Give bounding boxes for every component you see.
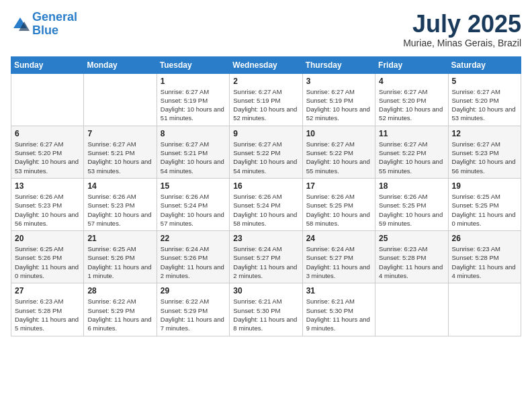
day-info: Sunrise: 6:24 AM Sunset: 5:27 PM Dayligh… <box>306 244 371 280</box>
day-info: Sunrise: 6:27 AM Sunset: 5:22 PM Dayligh… <box>306 140 371 175</box>
day-info: Sunrise: 6:22 AM Sunset: 5:29 PM Dayligh… <box>87 297 152 332</box>
calendar-cell: 16Sunrise: 6:26 AM Sunset: 5:24 PM Dayli… <box>230 178 302 230</box>
calendar-cell: 18Sunrise: 6:26 AM Sunset: 5:25 PM Dayli… <box>375 178 448 230</box>
day-number: 3 <box>306 77 371 86</box>
calendar-table: SundayMondayTuesdayWednesdayThursdayFrid… <box>11 56 521 336</box>
calendar-cell: 22Sunrise: 6:24 AM Sunset: 5:26 PM Dayli… <box>157 231 229 283</box>
calendar-cell: 27Sunrise: 6:23 AM Sunset: 5:28 PM Dayli… <box>11 283 84 336</box>
day-number: 9 <box>233 129 298 138</box>
day-info: Sunrise: 6:26 AM Sunset: 5:24 PM Dayligh… <box>161 192 226 228</box>
calendar-cell: 13Sunrise: 6:26 AM Sunset: 5:23 PM Dayli… <box>11 178 84 230</box>
title-block: July 2025 Muriae, Minas Gerais, Brazil <box>403 11 521 48</box>
day-number: 28 <box>87 286 152 295</box>
col-header-tuesday: Tuesday <box>157 56 229 73</box>
day-info: Sunrise: 6:27 AM Sunset: 5:19 PM Dayligh… <box>161 87 226 123</box>
calendar-cell <box>375 283 448 336</box>
location: Muriae, Minas Gerais, Brazil <box>403 38 521 48</box>
day-info: Sunrise: 6:23 AM Sunset: 5:28 PM Dayligh… <box>379 244 444 280</box>
day-number: 5 <box>452 77 517 86</box>
calendar-cell: 21Sunrise: 6:25 AM Sunset: 5:26 PM Dayli… <box>84 231 157 283</box>
calendar-cell: 15Sunrise: 6:26 AM Sunset: 5:24 PM Dayli… <box>157 178 229 230</box>
calendar-cell: 1Sunrise: 6:27 AM Sunset: 5:19 PM Daylig… <box>157 73 229 126</box>
day-info: Sunrise: 6:27 AM Sunset: 5:23 PM Dayligh… <box>452 140 517 175</box>
calendar-cell: 29Sunrise: 6:22 AM Sunset: 5:29 PM Dayli… <box>157 283 229 336</box>
calendar-cell: 2Sunrise: 6:27 AM Sunset: 5:19 PM Daylig… <box>230 73 302 126</box>
logo-blue: Blue <box>32 24 58 37</box>
calendar-week-row: 13Sunrise: 6:26 AM Sunset: 5:23 PM Dayli… <box>11 178 521 230</box>
calendar-cell: 6Sunrise: 6:27 AM Sunset: 5:20 PM Daylig… <box>11 126 84 178</box>
day-info: Sunrise: 6:27 AM Sunset: 5:22 PM Dayligh… <box>233 140 298 175</box>
calendar-cell: 8Sunrise: 6:27 AM Sunset: 5:21 PM Daylig… <box>157 126 229 178</box>
col-header-thursday: Thursday <box>302 56 375 73</box>
day-number: 1 <box>161 77 226 86</box>
day-number: 6 <box>15 129 80 138</box>
calendar-cell: 4Sunrise: 6:27 AM Sunset: 5:20 PM Daylig… <box>375 73 448 126</box>
calendar-week-row: 20Sunrise: 6:25 AM Sunset: 5:26 PM Dayli… <box>11 231 521 283</box>
day-number: 30 <box>233 286 298 295</box>
day-number: 4 <box>379 77 444 86</box>
day-number: 16 <box>233 181 298 191</box>
page-header: General Blue July 2025 Muriae, Minas Ger… <box>11 11 521 48</box>
day-number: 10 <box>306 129 371 138</box>
day-info: Sunrise: 6:26 AM Sunset: 5:23 PM Dayligh… <box>15 192 80 228</box>
calendar-week-row: 27Sunrise: 6:23 AM Sunset: 5:28 PM Dayli… <box>11 283 521 336</box>
calendar-cell: 11Sunrise: 6:27 AM Sunset: 5:22 PM Dayli… <box>375 126 448 178</box>
calendar-cell <box>84 73 157 126</box>
day-info: Sunrise: 6:26 AM Sunset: 5:25 PM Dayligh… <box>379 192 444 228</box>
day-info: Sunrise: 6:24 AM Sunset: 5:27 PM Dayligh… <box>233 244 298 280</box>
day-number: 14 <box>87 181 152 191</box>
day-info: Sunrise: 6:26 AM Sunset: 5:23 PM Dayligh… <box>87 192 152 228</box>
logo: General Blue <box>11 11 77 38</box>
calendar-cell: 31Sunrise: 6:21 AM Sunset: 5:30 PM Dayli… <box>302 283 375 336</box>
day-info: Sunrise: 6:26 AM Sunset: 5:25 PM Dayligh… <box>306 192 371 228</box>
col-header-saturday: Saturday <box>448 56 521 73</box>
logo-icon <box>11 15 30 34</box>
calendar-cell: 10Sunrise: 6:27 AM Sunset: 5:22 PM Dayli… <box>302 126 375 178</box>
month-title: July 2025 <box>403 11 521 38</box>
day-info: Sunrise: 6:27 AM Sunset: 5:21 PM Dayligh… <box>161 140 226 175</box>
day-number: 23 <box>233 234 298 243</box>
calendar-week-row: 6Sunrise: 6:27 AM Sunset: 5:20 PM Daylig… <box>11 126 521 178</box>
calendar-cell: 24Sunrise: 6:24 AM Sunset: 5:27 PM Dayli… <box>302 231 375 283</box>
col-header-sunday: Sunday <box>11 56 84 73</box>
calendar-cell: 5Sunrise: 6:27 AM Sunset: 5:20 PM Daylig… <box>448 73 521 126</box>
day-number: 27 <box>15 286 80 295</box>
calendar-cell <box>448 283 521 336</box>
day-number: 21 <box>87 234 152 243</box>
col-header-friday: Friday <box>375 56 448 73</box>
day-number: 29 <box>161 286 226 295</box>
calendar-cell: 23Sunrise: 6:24 AM Sunset: 5:27 PM Dayli… <box>230 231 302 283</box>
day-number: 12 <box>452 129 517 138</box>
day-number: 17 <box>306 181 371 191</box>
calendar-cell: 9Sunrise: 6:27 AM Sunset: 5:22 PM Daylig… <box>230 126 302 178</box>
calendar-cell: 12Sunrise: 6:27 AM Sunset: 5:23 PM Dayli… <box>448 126 521 178</box>
calendar-cell: 17Sunrise: 6:26 AM Sunset: 5:25 PM Dayli… <box>302 178 375 230</box>
day-number: 26 <box>452 234 517 243</box>
day-number: 22 <box>161 234 226 243</box>
day-number: 19 <box>452 181 517 191</box>
day-number: 24 <box>306 234 371 243</box>
calendar-cell: 28Sunrise: 6:22 AM Sunset: 5:29 PM Dayli… <box>84 283 157 336</box>
day-info: Sunrise: 6:27 AM Sunset: 5:19 PM Dayligh… <box>233 87 298 123</box>
day-number: 20 <box>15 234 80 243</box>
day-info: Sunrise: 6:21 AM Sunset: 5:30 PM Dayligh… <box>306 297 371 332</box>
day-number: 25 <box>379 234 444 243</box>
calendar-cell <box>11 73 84 126</box>
calendar-cell: 26Sunrise: 6:23 AM Sunset: 5:28 PM Dayli… <box>448 231 521 283</box>
day-info: Sunrise: 6:25 AM Sunset: 5:26 PM Dayligh… <box>15 244 80 280</box>
day-number: 15 <box>161 181 226 191</box>
day-info: Sunrise: 6:27 AM Sunset: 5:19 PM Dayligh… <box>306 87 371 123</box>
day-number: 31 <box>306 286 371 295</box>
calendar-header-row: SundayMondayTuesdayWednesdayThursdayFrid… <box>11 56 521 73</box>
col-header-wednesday: Wednesday <box>230 56 302 73</box>
day-info: Sunrise: 6:26 AM Sunset: 5:24 PM Dayligh… <box>233 192 298 228</box>
calendar-cell: 20Sunrise: 6:25 AM Sunset: 5:26 PM Dayli… <box>11 231 84 283</box>
day-info: Sunrise: 6:23 AM Sunset: 5:28 PM Dayligh… <box>452 244 517 280</box>
day-number: 8 <box>161 129 226 138</box>
day-info: Sunrise: 6:27 AM Sunset: 5:20 PM Dayligh… <box>379 87 444 123</box>
calendar-cell: 30Sunrise: 6:21 AM Sunset: 5:30 PM Dayli… <box>230 283 302 336</box>
col-header-monday: Monday <box>84 56 157 73</box>
day-info: Sunrise: 6:27 AM Sunset: 5:22 PM Dayligh… <box>379 140 444 175</box>
day-number: 13 <box>15 181 80 191</box>
day-info: Sunrise: 6:25 AM Sunset: 5:25 PM Dayligh… <box>452 192 517 228</box>
